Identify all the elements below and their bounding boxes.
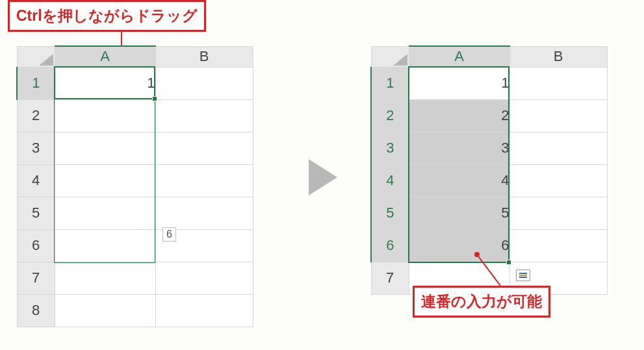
cell-A3[interactable] — [55, 132, 155, 164]
col-header-B[interactable]: B — [155, 46, 253, 67]
drag-value-tooltip: 6 — [162, 227, 176, 242]
row-header-7[interactable]: 7 — [371, 262, 409, 294]
spreadsheet-before: A B 1 1 2 3 4 5 6 — [16, 45, 257, 327]
callout-bottom: 連番の入力が可能 — [413, 286, 550, 318]
cell-B6[interactable] — [509, 229, 607, 262]
cell-A2[interactable]: 2 — [409, 99, 509, 132]
callout-top: Ctrlを押しながらドラッグ — [8, 0, 206, 32]
callout-bottom-leader — [474, 252, 507, 288]
transition-arrow-icon — [309, 159, 337, 195]
cell-B5[interactable] — [509, 197, 607, 229]
cell-B7[interactable] — [155, 262, 253, 294]
grid-before[interactable]: A B 1 1 2 3 4 5 6 — [16, 45, 253, 327]
cell-A4[interactable] — [55, 164, 155, 197]
cell-B2[interactable] — [509, 99, 607, 132]
cell-B2[interactable] — [155, 99, 253, 132]
row-header-4[interactable]: 4 — [17, 164, 55, 197]
cell-A2[interactable] — [55, 99, 155, 132]
cell-B1[interactable] — [509, 67, 607, 99]
select-all-corner[interactable] — [371, 46, 409, 67]
fill-handle[interactable] — [152, 96, 157, 101]
cell-B5[interactable] — [155, 197, 253, 229]
cell-B8[interactable] — [155, 294, 253, 327]
row-header-6[interactable]: 6 — [17, 229, 55, 262]
row-header-1[interactable]: 1 — [371, 67, 409, 99]
row-header-2[interactable]: 2 — [371, 99, 409, 132]
row-header-7[interactable]: 7 — [17, 262, 55, 294]
row-header-3[interactable]: 3 — [371, 132, 409, 164]
cell-B4[interactable] — [155, 164, 253, 197]
cell-A7[interactable] — [55, 262, 155, 294]
row-header-5[interactable]: 5 — [17, 197, 55, 229]
cell-A8[interactable] — [55, 294, 155, 327]
cell-A5[interactable] — [55, 197, 155, 229]
cell-A1[interactable]: 1 — [55, 67, 155, 99]
cell-B1[interactable] — [155, 67, 253, 99]
row-header-6[interactable]: 6 — [371, 229, 409, 262]
col-header-B[interactable]: B — [509, 46, 607, 67]
cell-A1[interactable]: 1 — [409, 67, 509, 99]
row-header-4[interactable]: 4 — [371, 164, 409, 197]
fill-handle[interactable] — [506, 260, 511, 265]
cell-B3[interactable] — [509, 132, 607, 164]
cell-A4[interactable]: 4 — [409, 164, 509, 197]
cell-B4[interactable] — [509, 164, 607, 197]
cell-B3[interactable] — [155, 132, 253, 164]
callout-top-text: Ctrlを押しながらドラッグ — [16, 7, 198, 24]
callout-bottom-text: 連番の入力が可能 — [421, 293, 542, 310]
cell-A5[interactable]: 5 — [409, 197, 509, 229]
row-header-1[interactable]: 1 — [17, 67, 55, 99]
col-header-A[interactable]: A — [409, 46, 509, 67]
col-header-A[interactable]: A — [55, 46, 155, 67]
row-header-5[interactable]: 5 — [371, 197, 409, 229]
row-header-2[interactable]: 2 — [17, 99, 55, 132]
row-header-3[interactable]: 3 — [17, 132, 55, 164]
row-header-8[interactable]: 8 — [17, 294, 55, 327]
cell-A6[interactable] — [55, 229, 155, 262]
cell-A3[interactable]: 3 — [409, 132, 509, 164]
autofill-options-icon[interactable] — [516, 269, 530, 281]
svg-line-0 — [477, 255, 500, 286]
select-all-corner[interactable] — [17, 46, 55, 67]
